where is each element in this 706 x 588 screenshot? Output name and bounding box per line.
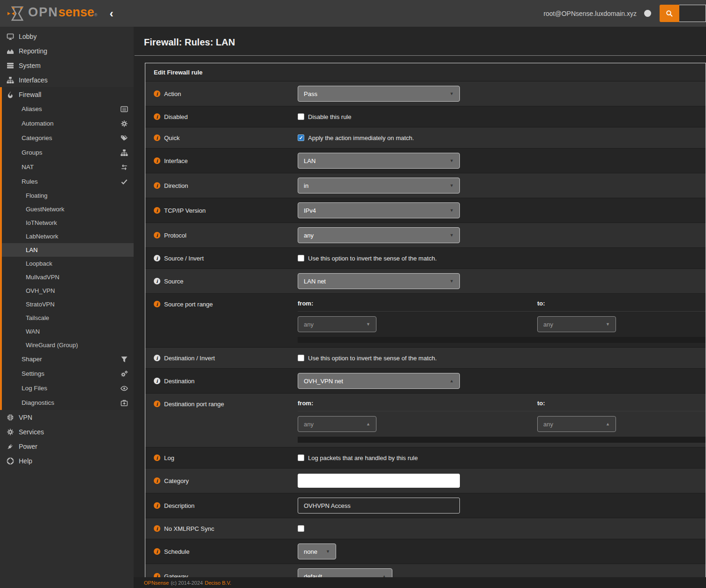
info-icon[interactable]: i	[154, 134, 160, 141]
field-label: iDestination port range	[145, 394, 298, 447]
sidebar-item-rules-ovh-vpn[interactable]: OVH_VPN	[2, 284, 134, 298]
sidebar-item-groups[interactable]: Groups	[2, 145, 134, 160]
sidebar-item-vpn[interactable]: VPN	[0, 410, 134, 424]
edit-firewall-rule-panel: Edit Firewall rule iActionPass▼iDisabled…	[145, 63, 706, 577]
sidebar-item-rules-guestnetwork[interactable]: GuestNetwork	[2, 202, 134, 216]
sidebar-item-power[interactable]: Power	[0, 439, 134, 454]
schedule-select-value: none	[304, 548, 321, 555]
source-invert-checkbox[interactable]	[298, 255, 304, 261]
sidebar-item-rules-lan[interactable]: LAN	[2, 243, 134, 257]
info-icon[interactable]: i	[154, 182, 160, 189]
tcpip-version-select[interactable]: IPv4▼	[298, 202, 460, 218]
quick-checkbox[interactable]: ✓	[298, 134, 304, 141]
interface-select-value: LAN	[304, 157, 445, 164]
sidebar-item-automation[interactable]: Automation	[2, 116, 134, 131]
no-xmlrpc-sync-checkbox[interactable]	[298, 525, 304, 532]
category-input[interactable]	[298, 474, 460, 488]
log-checkbox[interactable]	[298, 454, 304, 461]
description-input[interactable]	[298, 498, 460, 514]
chevron-down-icon: ▼	[326, 549, 330, 554]
source-select[interactable]: LAN net▼	[298, 273, 460, 289]
sidebar-item-help[interactable]: Help	[0, 454, 134, 468]
schedule-select[interactable]: none▼	[298, 543, 336, 559]
info-icon[interactable]: i	[154, 301, 160, 307]
logged-in-user[interactable]: root@OPNsense.luxdomain.xyz	[543, 10, 637, 17]
search-input[interactable]	[679, 5, 706, 22]
sidebar-item-log-files[interactable]: Log Files	[2, 381, 134, 395]
funnel-icon	[120, 356, 128, 363]
opnsense-logo[interactable]: OPNsense®	[0, 5, 98, 22]
destination-invert-checkbox[interactable]	[298, 355, 304, 361]
sidebar-item-lobby[interactable]: Lobby	[0, 29, 134, 44]
direction-select[interactable]: in▼	[298, 178, 460, 194]
sidebar-collapse-icon[interactable]: ‹	[110, 8, 113, 19]
sidebar-subitem-label: NAT	[22, 164, 34, 171]
info-icon[interactable]: i	[154, 90, 160, 97]
sidebar-item-rules-labnetwork[interactable]: LabNetwork	[2, 230, 134, 243]
info-icon[interactable]: i	[154, 454, 160, 461]
gateway-select[interactable]: default▲	[298, 568, 392, 577]
sidebar-item-rules-iotnetwork[interactable]: IoTNetwork	[2, 216, 134, 230]
info-icon[interactable]: i	[154, 278, 160, 284]
field-control: OVH_VPN net▲	[298, 369, 706, 393]
sidebar-item-rules-loopback[interactable]: Loopback	[2, 257, 134, 270]
action-select[interactable]: Pass▼	[298, 86, 460, 102]
destination-port-range-from-select[interactable]: any▲	[298, 416, 376, 432]
tcpip-version-label: TCP/IP Version	[164, 207, 206, 214]
info-icon[interactable]: i	[154, 255, 160, 261]
destination-select[interactable]: OVH_VPN net▲	[298, 373, 460, 389]
disabled-checkbox[interactable]	[298, 113, 304, 120]
info-icon[interactable]: i	[154, 401, 160, 407]
sidebar-item-settings[interactable]: Settings	[2, 366, 134, 381]
info-icon[interactable]: i	[154, 573, 160, 577]
sidebar-item-services[interactable]: Services	[0, 424, 134, 439]
field-label: iInterface	[145, 149, 298, 173]
sidebar-item-aliases[interactable]: Aliases	[2, 102, 134, 116]
sidebar-item-firewall[interactable]: Firewall	[2, 87, 134, 102]
info-icon[interactable]: i	[154, 157, 160, 164]
list-alt-icon	[120, 105, 128, 113]
sidebar-item-system[interactable]: System	[0, 58, 134, 73]
info-icon[interactable]: i	[154, 525, 160, 532]
plug-icon	[6, 443, 14, 450]
sidebar-rules-child-label: GuestNetwork	[26, 206, 64, 213]
info-icon[interactable]: i	[154, 378, 160, 384]
protocol-select[interactable]: any▼	[298, 227, 460, 243]
info-icon[interactable]: i	[154, 207, 160, 214]
sidebar-item-label: Services	[19, 428, 44, 436]
info-icon[interactable]: i	[154, 113, 160, 120]
field-label: iLog	[145, 447, 298, 468]
disabled-row: iDisabledDisable this rule	[145, 106, 706, 127]
destination-port-range-to-select[interactable]: any▲	[537, 416, 616, 432]
source-port-range-from-select[interactable]: any▼	[298, 316, 376, 332]
sidebar-subitem-label: Automation	[22, 120, 53, 127]
info-icon[interactable]: i	[154, 355, 160, 361]
deciso-footer-link[interactable]: Deciso B.V.	[205, 580, 231, 586]
port-range-from-cell: any▼	[298, 316, 537, 332]
search-button[interactable]	[660, 5, 679, 22]
sidebar-item-diagnostics[interactable]: Diagnostics	[2, 395, 134, 410]
sidebar-item-nat[interactable]: NAT	[2, 160, 134, 174]
source-port-range-to-label: to:	[537, 300, 706, 307]
sidebar-item-rules-wireguard-group-[interactable]: WireGuard (Group)	[2, 338, 134, 352]
sidebar-item-rules[interactable]: Rules	[2, 174, 134, 189]
sidebar-item-interfaces[interactable]: Interfaces	[0, 73, 134, 87]
info-icon[interactable]: i	[154, 548, 160, 555]
sidebar-item-reporting[interactable]: Reporting	[0, 44, 134, 58]
sidebar-item-rules-floating[interactable]: Floating	[2, 189, 134, 202]
sidebar-item-rules-tailscale[interactable]: Tailscale	[2, 311, 134, 325]
info-icon[interactable]: i	[154, 502, 160, 509]
sidebar-item-rules-mullvadvpn[interactable]: MullvadVPN	[2, 270, 134, 284]
info-icon[interactable]: i	[154, 477, 160, 484]
sidebar-item-shaper[interactable]: Shaper	[2, 352, 134, 366]
status-indicator-dot[interactable]	[644, 10, 651, 17]
medkit-icon	[120, 399, 128, 407]
sidebar-item-categories[interactable]: Categories	[2, 131, 134, 145]
opnsense-footer-link[interactable]: OPNsense	[144, 580, 169, 586]
interface-select[interactable]: LAN▼	[298, 153, 460, 169]
sidebar-item-rules-stratovpn[interactable]: StratoVPN	[2, 298, 134, 311]
info-icon[interactable]: i	[154, 232, 160, 238]
source-port-range-label: Source port range	[164, 301, 213, 308]
sidebar-item-rules-wan[interactable]: WAN	[2, 325, 134, 338]
source-port-range-to-select[interactable]: any▼	[537, 316, 616, 332]
